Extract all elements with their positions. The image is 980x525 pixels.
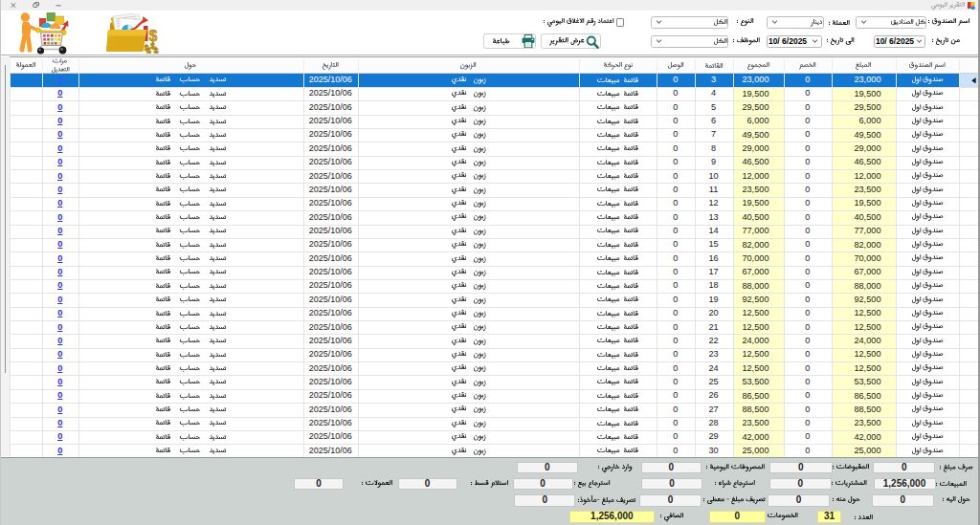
svg-text:$: $ — [153, 46, 158, 55]
svg-text:$: $ — [146, 46, 151, 54]
